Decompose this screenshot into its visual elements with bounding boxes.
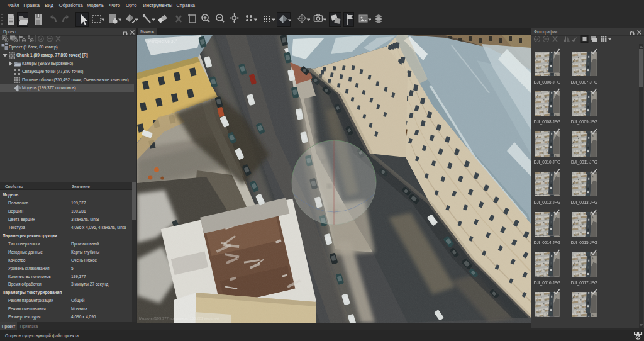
svg-text:Модель (199,377 полигонов; 100: Модель (199,377 полигонов; 100,281 верши… xyxy=(139,316,219,320)
svg-text:Perspective 30°: Perspective 30° xyxy=(148,39,177,44)
